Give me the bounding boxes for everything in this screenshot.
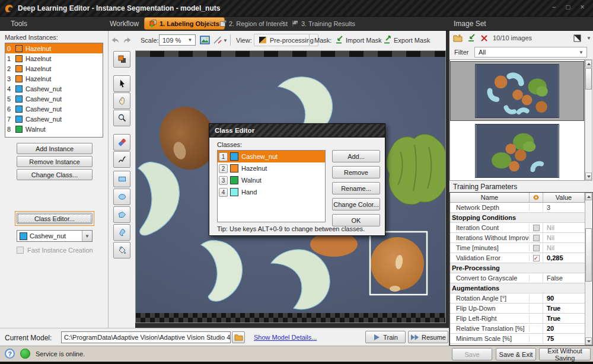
classes-list[interactable]: 1Cashew_nut 2Hazelnut 3Walnut 4Hand [217,150,326,222]
param-row[interactable]: Minimum Scale [%]75 [450,334,592,344]
enable-checkbox[interactable] [533,225,540,231]
fit-image-icon[interactable] [200,35,210,45]
export-mask-button[interactable]: Export Mask [383,36,430,44]
thumbnails-scrollbar[interactable] [585,59,592,181]
model-path-input[interactable]: C:\ProgramData\Adaptive Vision\Adaptive … [61,331,231,343]
header-strip: Tools Workflow 1. Labeling Objects > 2. … [0,17,593,31]
gear-column-header[interactable] [530,193,543,202]
minimize-button[interactable]: − [547,3,561,11]
change-color-button[interactable]: Change Color... [332,198,380,210]
pan-tool[interactable] [113,92,130,109]
line-style-icon[interactable] [213,36,222,45]
marked-instances-list[interactable]: 0Hazelnut 1Hazelnut 2Hazelnut 3Hazelnut … [5,43,103,138]
instance-row[interactable]: 3Hazelnut [5,74,103,84]
instance-row[interactable]: 2Hazelnut [5,63,103,74]
thumbnail-selected[interactable] [451,62,584,120]
help-icon[interactable]: ? [5,349,15,359]
class-editor-button[interactable]: Class Editor... [17,213,93,224]
load-images-icon[interactable] [467,34,476,42]
param-row[interactable]: Flip Left-RightTrue [450,314,592,324]
class-row[interactable]: 4Hand [218,186,325,198]
import-mask-button[interactable]: Import Mask [335,36,382,44]
select-tool[interactable] [113,75,130,92]
instance-row[interactable]: 4Cashew_nut [5,84,103,94]
instance-row[interactable]: 0Hazelnut [5,43,103,53]
change-class-button[interactable]: Change Class... [17,169,93,180]
enable-checkbox[interactable] [533,245,540,251]
param-row[interactable]: Rotation Angle [°]90 [450,293,592,304]
save-button[interactable]: Save [452,348,492,360]
param-row[interactable]: Iteration CountNil [450,223,592,233]
chevron-down-icon[interactable]: ▼ [82,231,92,241]
remove-instance-button[interactable]: Remove Instance [17,156,93,167]
filter-select[interactable]: All ▼ [474,47,587,58]
fill-tool[interactable] [113,242,130,258]
scale-combobox[interactable]: 109 % ▼ [159,34,196,46]
param-row[interactable]: Relative Translation [%]20 [450,324,592,334]
param-row[interactable]: Flip Up-DownTrue [450,304,592,314]
rename-class-button[interactable]: Rename... [332,182,380,194]
add-instance-button[interactable]: Add Instance [17,143,93,154]
class-row[interactable]: 2Hazelnut [218,162,325,174]
class-color-swatch [15,45,23,52]
thumbnail[interactable] [451,122,584,180]
tab-labeling-objects[interactable]: 1. Labeling Objects [144,17,225,30]
instance-layers-tool[interactable] [113,51,130,68]
ellipse-tool[interactable] [113,189,130,205]
class-row[interactable]: 3Walnut [218,174,325,186]
instance-class-label: Cashew_nut [25,116,62,123]
param-row[interactable]: Time [minutes]Nil [450,243,592,253]
class-color-swatch [230,176,238,184]
name-column-header[interactable]: Name [450,193,530,202]
tab-training-results[interactable]: 3. Training Results [287,17,360,30]
class-row[interactable]: 1Cashew_nut [218,151,325,162]
remove-image-icon[interactable] [480,34,488,42]
class-name: Hand [241,189,257,196]
instance-row[interactable]: 1Hazelnut [5,53,103,63]
display-mode-icon[interactable] [573,34,582,42]
resume-button[interactable]: Resume [408,331,448,343]
chevron-down-icon[interactable]: ▼ [185,35,195,45]
freehand-draw-tool[interactable] [113,151,130,168]
instance-row[interactable]: 6Cashew_nut [5,104,103,114]
eraser-tool[interactable] [113,134,130,151]
browse-model-button[interactable] [232,331,245,343]
value-column-header[interactable]: Value [543,193,585,202]
maximize-button[interactable]: □ [561,3,575,11]
remove-class-button[interactable]: Remove [332,166,380,178]
current-class-select[interactable]: Cashew_nut ▼ [17,230,93,242]
chevron-down-icon[interactable]: ▼ [586,36,591,41]
train-button[interactable]: Train [365,331,406,343]
instance-row[interactable]: 8Walnut [5,124,103,134]
param-row[interactable]: Iterations Without Improve...Nil [450,233,592,243]
show-model-details-link[interactable]: Show Model Details... [254,334,317,341]
enable-checkbox[interactable] [533,235,540,241]
squiggle-icon [117,155,127,164]
fast-instance-checkbox[interactable] [17,247,24,254]
zoom-tool[interactable] [113,110,130,126]
table-scrollbar[interactable] [585,193,592,345]
redo-icon[interactable] [122,35,132,45]
instance-index: 5 [7,95,14,103]
rectangle-tool[interactable] [113,171,130,187]
freeform-region-tool[interactable] [113,224,130,241]
enable-checkbox-checked[interactable]: ✓ [533,255,540,261]
polygon-tool[interactable] [113,206,130,223]
add-class-button[interactable]: Add... [332,150,380,162]
param-row[interactable]: Network Depth3 [450,203,592,213]
add-images-folder-icon[interactable] [453,34,463,42]
close-button[interactable]: × [575,3,589,11]
param-row[interactable]: Validation Error✓0,285 [450,253,592,263]
chevron-down-icon[interactable]: ▼ [223,38,228,43]
undo-icon[interactable] [110,35,120,45]
instance-row[interactable]: 7Cashew_nut [5,114,103,124]
save-and-exit-button[interactable]: Save & Exit [496,348,536,360]
gear-icon [533,194,540,201]
preprocessing-label: Pre-processing [270,37,314,44]
param-row[interactable]: Convert to GrayscaleFalse [450,273,592,283]
instance-row[interactable]: 5Cashew_nut [5,94,103,104]
thumbnail-list[interactable] [449,59,585,181]
exit-without-saving-button[interactable]: Exit Without Saving [539,348,591,360]
ok-button[interactable]: OK [332,214,380,226]
dialog-title-bar[interactable]: Class Editor [209,124,385,138]
